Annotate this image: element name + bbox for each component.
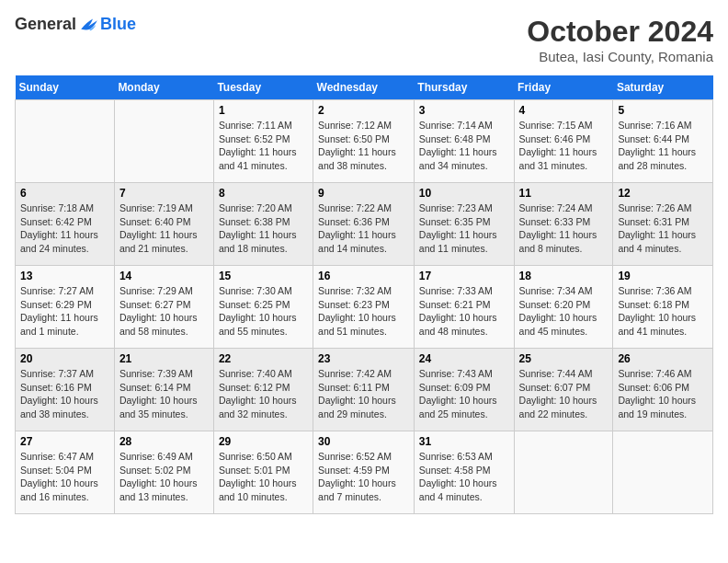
day-info: Sunrise: 6:47 AMSunset: 5:04 PMDaylight:… [20, 450, 109, 504]
calendar-cell: 11Sunrise: 7:24 AMSunset: 6:33 PMDayligh… [514, 183, 613, 266]
logo-bird-icon [78, 16, 100, 34]
day-info: Sunrise: 7:27 AMSunset: 6:29 PMDaylight:… [20, 284, 109, 339]
day-number: 4 [519, 104, 609, 117]
weekday-header-sunday: Sunday [16, 75, 115, 100]
day-info: Sunrise: 7:15 AMSunset: 6:46 PMDaylight:… [519, 119, 609, 173]
calendar-cell: 15Sunrise: 7:30 AMSunset: 6:25 PMDayligh… [213, 266, 313, 349]
calendar-cell: 16Sunrise: 7:32 AMSunset: 6:23 PMDayligh… [313, 266, 415, 349]
calendar-cell: 27Sunrise: 6:47 AMSunset: 5:04 PMDayligh… [16, 431, 115, 514]
calendar-cell: 7Sunrise: 7:19 AMSunset: 6:40 PMDaylight… [114, 183, 213, 266]
calendar-cell: 30Sunrise: 6:52 AMSunset: 4:59 PMDayligh… [313, 431, 415, 514]
calendar-cell: 31Sunrise: 6:53 AMSunset: 4:58 PMDayligh… [414, 431, 514, 514]
day-info: Sunrise: 7:14 AMSunset: 6:48 PMDaylight:… [419, 119, 509, 173]
day-number: 10 [419, 187, 509, 200]
calendar: SundayMondayTuesdayWednesdayThursdayFrid… [15, 75, 713, 514]
day-info: Sunrise: 7:43 AMSunset: 6:09 PMDaylight:… [419, 367, 509, 421]
day-number: 26 [618, 352, 708, 365]
subtitle: Butea, Iasi County, Romania [527, 49, 713, 64]
weekday-header-saturday: Saturday [613, 75, 713, 100]
calendar-cell: 13Sunrise: 7:27 AMSunset: 6:29 PMDayligh… [16, 266, 115, 349]
day-info: Sunrise: 7:44 AMSunset: 6:07 PMDaylight:… [519, 367, 609, 421]
calendar-week-row: 27Sunrise: 6:47 AMSunset: 5:04 PMDayligh… [16, 431, 713, 514]
day-info: Sunrise: 7:12 AMSunset: 6:50 PMDaylight:… [318, 119, 409, 173]
day-info: Sunrise: 7:20 AMSunset: 6:38 PMDaylight:… [219, 201, 308, 256]
day-number: 6 [20, 187, 109, 200]
weekday-header-row: SundayMondayTuesdayWednesdayThursdayFrid… [16, 75, 713, 100]
day-info: Sunrise: 6:49 AMSunset: 5:02 PMDaylight:… [119, 450, 209, 504]
calendar-cell: 1Sunrise: 7:11 AMSunset: 6:52 PMDaylight… [213, 100, 313, 183]
day-info: Sunrise: 7:22 AMSunset: 6:36 PMDaylight:… [318, 201, 409, 256]
day-info: Sunrise: 7:39 AMSunset: 6:14 PMDaylight:… [119, 367, 209, 421]
day-info: Sunrise: 7:18 AMSunset: 6:42 PMDaylight:… [20, 201, 109, 256]
day-number: 27 [20, 435, 109, 448]
calendar-week-row: 13Sunrise: 7:27 AMSunset: 6:29 PMDayligh… [16, 266, 713, 349]
day-info: Sunrise: 7:36 AMSunset: 6:18 PMDaylight:… [618, 284, 708, 339]
day-info: Sunrise: 7:26 AMSunset: 6:31 PMDaylight:… [618, 201, 708, 256]
calendar-cell: 26Sunrise: 7:46 AMSunset: 6:06 PMDayligh… [613, 349, 713, 431]
title-section: October 2024 Butea, Iasi County, Romania [527, 15, 713, 64]
calendar-cell: 23Sunrise: 7:42 AMSunset: 6:11 PMDayligh… [313, 349, 415, 431]
logo: General Blue [15, 15, 136, 34]
calendar-cell: 28Sunrise: 6:49 AMSunset: 5:02 PMDayligh… [114, 431, 213, 514]
calendar-cell: 5Sunrise: 7:16 AMSunset: 6:44 PMDaylight… [613, 100, 713, 183]
day-number: 23 [318, 352, 409, 365]
calendar-cell: 19Sunrise: 7:36 AMSunset: 6:18 PMDayligh… [613, 266, 713, 349]
day-number: 17 [419, 270, 509, 282]
calendar-cell [514, 431, 613, 514]
day-number: 22 [219, 352, 308, 365]
header: General Blue October 2024 Butea, Iasi Co… [15, 15, 713, 64]
day-info: Sunrise: 6:50 AMSunset: 5:01 PMDaylight:… [219, 450, 308, 504]
calendar-cell: 25Sunrise: 7:44 AMSunset: 6:07 PMDayligh… [514, 349, 613, 431]
calendar-week-row: 1Sunrise: 7:11 AMSunset: 6:52 PMDaylight… [16, 100, 713, 183]
day-number: 16 [318, 270, 409, 282]
day-number: 21 [119, 352, 209, 365]
logo-general-text: General [15, 15, 76, 34]
weekday-header-wednesday: Wednesday [313, 75, 415, 100]
day-number: 28 [119, 435, 209, 448]
calendar-cell [16, 100, 115, 183]
day-number: 3 [419, 104, 509, 117]
calendar-cell: 4Sunrise: 7:15 AMSunset: 6:46 PMDaylight… [514, 100, 613, 183]
calendar-cell: 10Sunrise: 7:23 AMSunset: 6:35 PMDayligh… [414, 183, 514, 266]
calendar-cell: 21Sunrise: 7:39 AMSunset: 6:14 PMDayligh… [114, 349, 213, 431]
calendar-week-row: 6Sunrise: 7:18 AMSunset: 6:42 PMDaylight… [16, 183, 713, 266]
day-info: Sunrise: 7:34 AMSunset: 6:20 PMDaylight:… [519, 284, 609, 339]
day-number: 2 [318, 104, 409, 117]
day-number: 19 [618, 270, 708, 282]
calendar-cell: 17Sunrise: 7:33 AMSunset: 6:21 PMDayligh… [414, 266, 514, 349]
calendar-cell: 9Sunrise: 7:22 AMSunset: 6:36 PMDaylight… [313, 183, 415, 266]
day-number: 11 [519, 187, 609, 200]
day-number: 31 [419, 435, 509, 448]
day-number: 14 [119, 270, 209, 282]
calendar-cell: 29Sunrise: 6:50 AMSunset: 5:01 PMDayligh… [213, 431, 313, 514]
calendar-cell: 22Sunrise: 7:40 AMSunset: 6:12 PMDayligh… [213, 349, 313, 431]
day-number: 7 [119, 187, 209, 200]
day-info: Sunrise: 7:46 AMSunset: 6:06 PMDaylight:… [618, 367, 708, 421]
day-number: 1 [219, 104, 308, 117]
calendar-week-row: 20Sunrise: 7:37 AMSunset: 6:16 PMDayligh… [16, 349, 713, 431]
day-number: 25 [519, 352, 609, 365]
day-info: Sunrise: 7:19 AMSunset: 6:40 PMDaylight:… [119, 201, 209, 256]
day-info: Sunrise: 7:37 AMSunset: 6:16 PMDaylight:… [20, 367, 109, 421]
day-info: Sunrise: 7:32 AMSunset: 6:23 PMDaylight:… [318, 284, 409, 339]
day-info: Sunrise: 7:11 AMSunset: 6:52 PMDaylight:… [219, 119, 308, 173]
calendar-cell: 20Sunrise: 7:37 AMSunset: 6:16 PMDayligh… [16, 349, 115, 431]
calendar-cell: 12Sunrise: 7:26 AMSunset: 6:31 PMDayligh… [613, 183, 713, 266]
day-number: 13 [20, 270, 109, 282]
day-number: 18 [519, 270, 609, 282]
calendar-cell: 24Sunrise: 7:43 AMSunset: 6:09 PMDayligh… [414, 349, 514, 431]
day-number: 12 [618, 187, 708, 200]
calendar-cell: 2Sunrise: 7:12 AMSunset: 6:50 PMDaylight… [313, 100, 415, 183]
weekday-header-friday: Friday [514, 75, 613, 100]
day-number: 5 [618, 104, 708, 117]
day-info: Sunrise: 7:30 AMSunset: 6:25 PMDaylight:… [219, 284, 308, 339]
day-info: Sunrise: 7:42 AMSunset: 6:11 PMDaylight:… [318, 367, 409, 421]
calendar-header: SundayMondayTuesdayWednesdayThursdayFrid… [16, 75, 713, 100]
day-info: Sunrise: 7:33 AMSunset: 6:21 PMDaylight:… [419, 284, 509, 339]
calendar-cell: 6Sunrise: 7:18 AMSunset: 6:42 PMDaylight… [16, 183, 115, 266]
day-number: 15 [219, 270, 308, 282]
day-number: 30 [318, 435, 409, 448]
logo-blue-text: Blue [100, 15, 136, 34]
day-info: Sunrise: 7:16 AMSunset: 6:44 PMDaylight:… [618, 119, 708, 173]
day-info: Sunrise: 7:29 AMSunset: 6:27 PMDaylight:… [119, 284, 209, 339]
